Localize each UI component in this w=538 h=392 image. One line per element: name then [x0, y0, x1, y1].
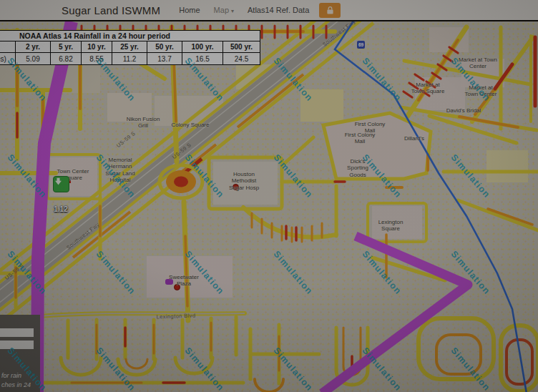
panel-text-line1: for rain — [1, 372, 21, 379]
place-label: Nikon Fusion Grill — [127, 116, 160, 129]
place-label: Market at Town Center — [459, 57, 497, 70]
place-label: Dillard's — [404, 135, 424, 142]
nav-map[interactable]: Map▾ — [214, 6, 234, 14]
value-100yr: 16.5 — [182, 53, 223, 65]
marker-value-label: 1.12 — [54, 205, 67, 213]
value-50yr: 13.7 — [147, 53, 182, 65]
us69-highway-shield: 69 — [357, 41, 365, 49]
col-header-100yr: 100 yr. — [182, 41, 223, 53]
app-window: 69 1.12 Nikon Fusion GrillColony SquareM… — [0, 0, 538, 392]
place-label: First Colony Mall — [345, 132, 376, 145]
rainfall-table-title: NOAA Atlas 14 Rainfall in a 24 hour peri… — [0, 31, 260, 41]
nav-atlas14-ref-data[interactable]: Atlas14 Ref. Data — [248, 6, 309, 14]
rainfall-table: NOAA Atlas 14 Rainfall in a 24 hour peri… — [0, 30, 260, 65]
value-5yr: 6.82 — [51, 53, 82, 65]
main-nav: Home Map▾ Atlas14 Ref. Data — [179, 6, 309, 14]
dialog-panel: for rain ches in 24 — [0, 315, 40, 392]
place-label: Market at Town Square — [411, 82, 445, 95]
app-header: Sugar Land ISWMM Home Map▾ Atlas14 Ref. … — [0, 0, 538, 20]
col-header-10yr: 10 yr. — [82, 41, 112, 53]
col-header-blank — [0, 41, 16, 53]
place-label: Dick's Sporting Goods — [347, 158, 368, 178]
value-10yr: 8.55 — [82, 53, 112, 65]
place-label: Sweetwater Plaza — [169, 274, 199, 288]
road-label: Lexington Blvd — [156, 313, 195, 320]
place-label: David's Bridal — [446, 107, 481, 114]
map-streets-layer — [0, 21, 538, 392]
panel-field-1[interactable] — [0, 328, 34, 337]
nav-home[interactable]: Home — [179, 6, 200, 14]
col-header-50yr: 50 yr. — [147, 41, 182, 53]
place-label: Houston Methodist Sugar Hosp — [229, 171, 259, 191]
place-label: Lexington Square — [378, 219, 404, 232]
place-label: Memorial Hermann Sugar Land Hospital — [105, 157, 134, 184]
interchange-hotspot — [166, 170, 196, 193]
lock-button[interactable] — [319, 3, 341, 18]
place-label: Colony Square — [172, 122, 210, 128]
col-header-5yr: 5 yr. — [51, 41, 82, 53]
map-canvas[interactable]: 69 1.12 Nikon Fusion GrillColony SquareM… — [0, 20, 538, 392]
col-header-2yr: 2 yr. — [16, 41, 51, 53]
row-label-inches: (inches) — [0, 53, 16, 65]
value-2yr: 5.09 — [16, 53, 51, 65]
value-500yr: 24.5 — [223, 53, 260, 65]
app-title: Sugar Land ISWMM — [62, 4, 160, 16]
arrow-down-icon — [54, 177, 63, 186]
place-label: Market at Town Center — [465, 84, 497, 98]
lock-icon — [326, 6, 334, 15]
col-header-500yr: 500 yr. — [223, 41, 260, 53]
value-25yr: 11.2 — [112, 53, 147, 65]
panel-text-line2: ches in 24 — [1, 381, 31, 388]
chevron-down-icon: ▾ — [231, 8, 234, 14]
panel-field-2[interactable] — [0, 340, 34, 349]
result-marker[interactable] — [53, 176, 69, 192]
col-header-25yr: 25 yr. — [112, 41, 147, 53]
